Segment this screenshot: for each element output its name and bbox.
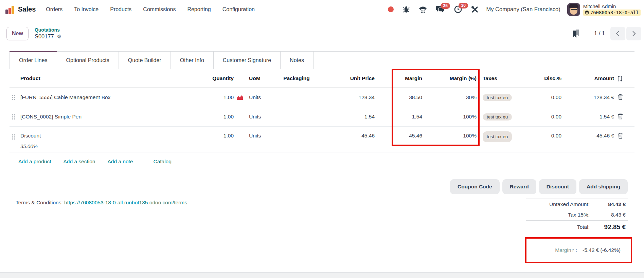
cell-quantity[interactable]: 1.00 [190,131,234,140]
col-unit-price[interactable]: Unit Price [315,75,375,81]
tab-notes[interactable]: Notes [281,52,314,69]
col-margin[interactable]: Margin [375,75,422,81]
delete-row-icon[interactable] [618,132,623,139]
add-section-link[interactable]: Add a section [64,159,95,165]
order-line-row: Discount 35.00% 1.00 Units -45.46 -45.46… [10,127,634,152]
database-badge: 76080053-18-0-all [583,10,641,16]
tax-badge[interactable]: test tax eu [483,113,512,121]
tab-order-lines[interactable]: Order Lines [10,52,57,69]
user-name: Mitchell Admin [583,3,616,10]
user-menu[interactable]: Mitchell Admin 76080053-18-0-all [583,3,641,16]
cell-quantity[interactable]: 1.00 [190,94,234,100]
messages-icon[interactable]: 35 [436,6,445,13]
cell-discount[interactable]: 0.00 [527,94,561,100]
col-margin-pct[interactable]: Margin (%) [422,75,477,81]
record-name: S00177 [35,33,54,40]
page-bottom-strip [0,272,644,278]
control-panel: New Quotations S00177 ⚙ 1 / 1 [0,19,644,48]
main-menu: Orders To Invoice Products Commissions R… [46,6,255,13]
totals-panel: Untaxed Amount: 84.42 € Tax 15%: 8.43 € … [526,199,628,233]
col-discount[interactable]: Disc.% [527,75,561,81]
messages-count-badge: 35 [441,3,450,9]
pager-previous-button[interactable] [610,27,625,40]
status-indicator-icon[interactable] [388,6,394,12]
cell-margin[interactable]: 38.50 [375,94,422,100]
cell-margin-pct[interactable]: 100% [422,114,477,120]
cell-quantity[interactable]: 1.00 [190,114,234,120]
order-line-row: [CONS_0002] Simple Pen 1.00 Units 1.54 1… [10,107,634,127]
tab-quote-builder[interactable]: Quote Builder [119,52,171,69]
activities-clock-icon[interactable]: 30 [454,5,462,13]
col-uom[interactable]: UoM [249,75,278,81]
tax-badge[interactable]: test tax eu [483,131,512,142]
cell-margin[interactable]: 1.54 [375,114,422,120]
col-amount[interactable]: Amount [561,75,614,81]
drag-handle-icon[interactable] [12,114,15,119]
cell-margin-pct[interactable]: 100% [422,131,477,140]
catalog-link[interactable]: Catalog [153,159,171,165]
tax-badge[interactable]: test tax eu [483,94,512,101]
cell-product-note[interactable]: 35.00% [20,142,190,151]
add-shipping-button[interactable]: Add shipping [579,179,628,194]
col-packaging[interactable]: Packaging [278,75,315,81]
order-line-actions: Add a product Add a section Add a note C… [10,152,634,171]
delete-row-icon[interactable] [618,94,623,100]
user-avatar[interactable] [567,3,580,16]
cell-unit-price[interactable]: 128.34 [315,94,375,100]
tab-customer-signature[interactable]: Customer Signature [214,52,281,69]
phone-icon[interactable] [419,6,427,13]
cell-uom[interactable]: Units [249,131,278,140]
terms-url-link[interactable]: https://76080053-18-0-all.runbot135.odoo… [64,200,187,205]
cell-unit-price[interactable]: 1.54 [315,114,375,120]
menu-orders[interactable]: Orders [46,6,62,13]
drag-handle-icon[interactable] [12,95,15,100]
app-name[interactable]: Sales [18,5,36,13]
chevron-left-icon [615,31,620,37]
bug-icon[interactable] [403,6,410,13]
col-taxes[interactable]: Taxes [477,75,527,81]
bookmark-icon[interactable] [572,29,580,38]
add-product-link[interactable]: Add a product [18,159,51,165]
company-switcher[interactable]: My Company (San Francisco) [486,6,560,13]
tab-optional-products[interactable]: Optional Products [57,52,119,69]
form-sheet: Order Lines Optional Products Quote Buil… [0,51,644,263]
untaxed-amount-value: 84.42 € [590,201,628,207]
adjust-columns-icon[interactable] [617,75,623,82]
cell-product[interactable]: [FURN_5555] Cable Management Box [20,94,190,100]
menu-configuration[interactable]: Configuration [222,6,255,13]
cell-uom[interactable]: Units [249,114,278,120]
delete-row-icon[interactable] [618,113,623,119]
cell-discount[interactable]: 0.00 [527,131,561,140]
discount-button[interactable]: Discount [539,179,576,194]
tools-icon[interactable] [471,6,479,13]
cell-discount[interactable]: 0.00 [527,114,561,120]
pager-count: 1 / 1 [594,30,605,37]
top-navbar: Sales Orders To Invoice Products Commiss… [0,0,644,19]
menu-products[interactable]: Products [110,6,131,13]
pager-next-button[interactable] [626,27,641,40]
col-product[interactable]: Product [20,75,190,81]
menu-commissions[interactable]: Commissions [143,6,176,13]
breadcrumb-quotations[interactable]: Quotations [35,27,61,33]
cell-uom[interactable]: Units [249,94,278,100]
margin-chart-icon[interactable] [236,95,243,100]
order-lines-header: Product Quantity UoM Packaging Unit Pric… [10,69,634,88]
reward-button[interactable]: Reward [502,179,536,194]
add-note-link[interactable]: Add a note [107,159,133,165]
sales-app-logo-icon[interactable] [5,5,14,14]
menu-reporting[interactable]: Reporting [187,6,211,13]
coupon-code-button[interactable]: Coupon Code [450,179,500,194]
new-button[interactable]: New [6,27,29,40]
cell-product[interactable]: Discount [20,131,190,140]
cell-unit-price[interactable]: -45.46 [315,131,375,140]
col-quantity[interactable]: Quantity [190,75,234,81]
drag-handle-icon[interactable] [12,134,15,140]
tax-label: Tax 15%: [568,212,590,218]
cell-margin-pct[interactable]: 30% [422,94,477,100]
cell-margin[interactable]: -45.46 [375,131,422,140]
cell-product[interactable]: [CONS_0002] Simple Pen [20,114,190,120]
tab-other-info[interactable]: Other Info [171,52,214,69]
margin-help-icon[interactable]: ? [572,248,574,252]
menu-to-invoice[interactable]: To Invoice [74,6,99,13]
gear-icon[interactable]: ⚙ [57,33,61,40]
